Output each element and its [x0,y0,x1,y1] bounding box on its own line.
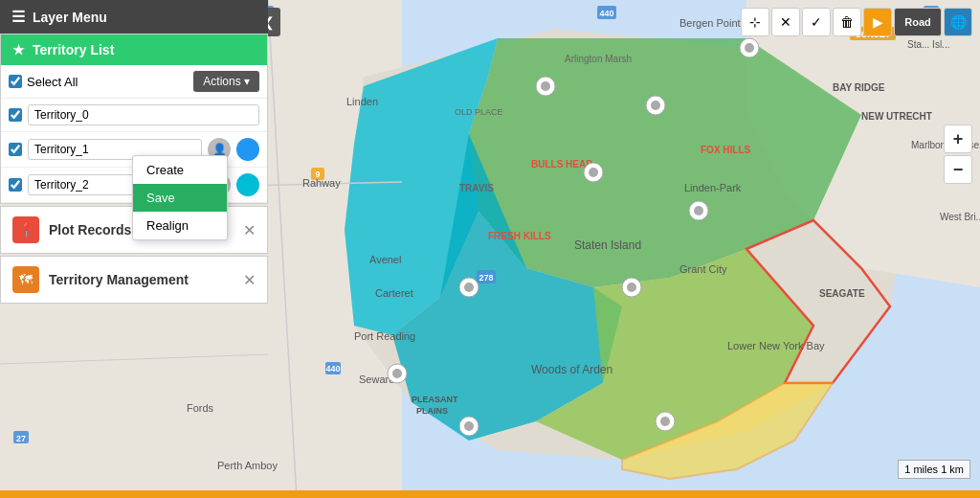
svg-point-56 [651,101,660,110]
svg-text:Grant City: Grant City [679,263,727,275]
svg-text:Bergen Point: Bergen Point [679,17,741,29]
svg-text:Fords: Fords [187,402,214,414]
svg-text:Perth Amboy: Perth Amboy [217,460,278,471]
svg-text:Carteret: Carteret [375,287,413,299]
trash-button[interactable]: 🗑 [833,8,861,36]
territory-0-name-input[interactable] [28,104,259,125]
sidebar: ☰ Layer Menu ★ Territory List Select All… [0,0,268,304]
dropdown-realign-item[interactable]: Realign [133,212,227,239]
select-all-checkbox[interactable] [9,75,22,88]
svg-text:BAY RIDGE: BAY RIDGE [833,82,885,93]
actions-dropdown-menu: Create Save Realign [132,155,228,240]
svg-point-68 [464,421,474,431]
dropdown-create-item[interactable]: Create [133,156,227,184]
svg-text:Linden: Linden [346,96,378,107]
svg-point-58 [589,168,598,177]
svg-text:Avenel: Avenel [369,254,401,265]
plot-records-panel-left: 📍 Plot Records [12,216,131,243]
zoom-controls: + − [944,124,972,184]
plot-records-title: Plot Records [49,222,131,238]
map-controls-top: ⊹ ✕ ✓ 🗑 ▶ Road 🌐 [741,8,972,36]
territory-management-icon: 🗺 [12,266,39,293]
territory-list-header: ★ Territory List [1,34,267,65]
svg-text:440: 440 [599,9,613,18]
svg-text:OLD PLACE: OLD PLACE [455,107,503,117]
svg-point-60 [694,206,703,215]
layers-icon: ☰ [11,8,25,26]
svg-point-70 [660,417,670,426]
svg-point-66 [392,369,402,378]
layer-menu: ☰ Layer Menu [0,0,268,34]
svg-text:BULLS HEAD: BULLS HEAD [531,159,592,170]
svg-text:FOX HILLS: FOX HILLS [701,145,751,155]
svg-text:NEW UTRECHT: NEW UTRECHT [861,111,932,122]
svg-point-72 [745,43,754,53]
territory-1-color-swatch[interactable] [236,138,259,161]
svg-text:440: 440 [325,364,340,374]
svg-text:Lower New York Bay: Lower New York Bay [727,340,825,351]
territory-1-checkbox[interactable] [9,143,22,156]
close-selection-button[interactable]: ✕ [771,8,800,36]
territory-management-panel-left: 🗺 Territory Management [12,266,189,293]
actions-dropdown-button[interactable]: Actions ▾ [193,71,259,92]
territory-management-panel: 🗺 Territory Management ✕ [0,256,268,304]
svg-text:Sta... Isl...: Sta... Isl... [907,39,949,50]
svg-point-54 [541,81,550,91]
svg-text:Arlington Marsh: Arlington Marsh [565,54,632,64]
svg-text:PLEASANT: PLEASANT [412,395,458,404]
select-all-row: Select All [9,75,78,89]
territory-2-checkbox[interactable] [9,178,22,192]
svg-text:West Bri...: West Bri... [940,212,980,222]
select-all-label: Select All [27,75,78,89]
globe-button[interactable]: 🌐 [944,8,972,36]
plot-records-icon: 📍 [12,216,39,243]
svg-text:SEAGATE: SEAGATE [819,288,865,299]
svg-point-64 [464,283,474,292]
dropdown-save-item[interactable]: Save [133,184,227,212]
zoom-in-button[interactable]: + [944,124,972,153]
check-tool-button[interactable]: ✓ [802,8,831,36]
territory-0-checkbox[interactable] [9,108,22,122]
territory-item-0 [1,99,267,132]
zoom-out-button[interactable]: − [944,155,972,184]
layer-menu-title: Layer Menu [33,10,107,25]
svg-text:FRESH KILLS: FRESH KILLS [488,231,551,241]
svg-text:Linden-Park: Linden-Park [684,182,742,193]
road-view-button[interactable]: Road [894,8,942,36]
territory-management-close-button[interactable]: ✕ [243,271,256,289]
svg-text:Rahway: Rahway [302,177,341,189]
territory-list-title: Territory List [33,42,114,57]
cursor-tool-button[interactable]: ⊹ [741,8,769,36]
svg-text:Staten Island: Staten Island [574,238,641,252]
territory-management-title: Territory Management [49,272,189,287]
forward-button[interactable]: ▶ [863,8,892,36]
plot-records-close-button[interactable]: ✕ [243,221,256,239]
svg-text:Port Reading: Port Reading [354,330,415,342]
star-icon: ★ [12,42,25,57]
territory-2-color-swatch[interactable] [236,173,259,196]
scale-bar: 1 miles 1 km [898,460,970,479]
svg-point-62 [627,283,636,292]
svg-text:Woods of Arden: Woods of Arden [531,363,612,376]
svg-text:TRAVIS: TRAVIS [459,183,494,193]
bottom-bar [0,490,980,498]
svg-text:27: 27 [16,434,26,443]
svg-text:PLAINS: PLAINS [416,406,448,416]
svg-text:278: 278 [479,273,493,283]
territory-list-controls: Select All Actions ▾ [1,65,267,99]
